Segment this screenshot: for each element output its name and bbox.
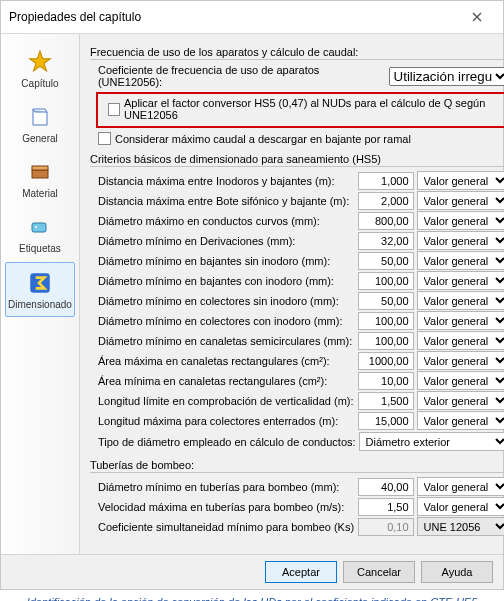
sidebar-item-label: General [22,133,58,144]
page-icon [26,103,54,131]
sigma-icon [26,269,54,297]
criteria-value-input[interactable] [358,372,414,390]
sidebar-item-label: Capítulo [21,78,58,89]
criteria-value-input[interactable] [358,292,414,310]
criteria-source-select[interactable]: Valor general [417,331,504,350]
sidebar-item-material[interactable]: Material [5,152,75,205]
sidebar: Capítulo General Material Etiquetas [1,34,80,554]
criteria-row: Diámetro mínimo en bajantes sin inodoro … [90,251,504,270]
help-button[interactable]: Ayuda [421,561,493,583]
criteria-source-select[interactable]: Valor general [417,411,504,430]
criteria-label: Diámetro mínimo en colectores con inodor… [90,315,358,327]
dialog-window: Propiedades del capítulo Capítulo Genera… [0,0,504,590]
criteria-label: Área máxima en canaletas rectangulares (… [90,355,358,367]
pump-source-select[interactable]: UNE 12056 [417,517,504,536]
pump-source-select[interactable]: Valor general [417,497,504,516]
cancel-button[interactable]: Cancelar [343,561,415,583]
sidebar-item-label: Dimensionado [8,299,72,310]
criteria-value-input[interactable] [358,312,414,330]
consider-max-checkbox[interactable] [98,132,111,145]
star-icon [26,48,54,76]
criteria-row: Diámetro mínimo en colectores con inodor… [90,311,504,330]
apply-hs5-label: Aplicar el factor conversor HS5 (0,47) a… [124,97,504,121]
criteria-row: Diámetro mínimo en bajantes con inodoro … [90,271,504,290]
pump-label: Diámetro mínimo en tuberías para bombeo … [90,481,358,493]
criteria-source-select[interactable]: Valor general [417,251,504,270]
titlebar: Propiedades del capítulo [1,1,503,34]
criteria-label: Diámetro mínimo en bajantes con inodoro … [90,275,358,287]
criteria-source-select[interactable]: Valor general [417,211,504,230]
criteria-source-select[interactable]: Valor general [417,311,504,330]
criteria-row: Distancia máxima entre Bote sifónico y b… [90,191,504,210]
criteria-value-input[interactable] [358,252,414,270]
criteria-source-select[interactable]: Valor general [417,391,504,410]
window-title: Propiedades del capítulo [9,10,141,24]
criteria-row: Diámetro mínimo en colectores sin inodor… [90,291,504,310]
apply-hs5-checkbox[interactable] [108,103,120,116]
criteria-row: Diámetro mínimo en canaletas semicircula… [90,331,504,350]
criteria-row: Área mínima en canaletas rectangulares (… [90,371,504,390]
sidebar-item-capitulo[interactable]: Capítulo [5,42,75,95]
svg-rect-1 [32,166,48,170]
criteria-label: Diámetro mínimo en Derivaciones (mm): [90,235,358,247]
criteria-value-input[interactable] [358,272,414,290]
pump-row: Coeficiente simultaneidad mínimo para bo… [90,517,504,536]
dialog-footer: Aceptar Cancelar Ayuda [1,554,503,589]
criteria-value-input[interactable] [358,412,414,430]
criteria-source-select[interactable]: Valor general [417,271,504,290]
pump-source-select[interactable]: Valor general [417,477,504,496]
criteria-label: Diámetro mínimo en canaletas semicircula… [90,335,358,347]
criteria-row: Distancia máxima entre Inodoros y bajant… [90,171,504,190]
criteria-source-select[interactable]: Valor general [417,371,504,390]
sidebar-item-general[interactable]: General [5,97,75,150]
coef-select[interactable]: Utilización irregular [389,67,504,86]
criteria-label: Longitud límite en comprobación de verti… [90,395,358,407]
criteria-source-select[interactable]: Valor general [417,171,504,190]
diameter-type-select[interactable]: Diámetro exterior [359,432,504,451]
section-pump: Tuberías de bombeo: [90,459,504,473]
material-icon [26,158,54,186]
criteria-label: Diámetro mínimo en colectores sin inodor… [90,295,358,307]
criteria-value-input[interactable] [358,172,414,190]
close-icon [472,12,482,22]
criteria-source-select[interactable]: Valor general [417,291,504,310]
criteria-label: Diámetro máximo en conductos curvos (mm)… [90,215,358,227]
pump-label: Velocidad máxima en tuberías para bombeo… [90,501,358,513]
close-button[interactable] [459,7,495,27]
svg-rect-2 [32,223,46,232]
section-frequency: Frecuencia de uso de los aparatos y cálc… [90,46,504,60]
svg-point-3 [35,226,37,228]
coef-label: Coeficiente de frecuencia de uso de apar… [98,64,385,88]
criteria-label: Distancia máxima entre Inodoros y bajant… [90,175,358,187]
criteria-row: Longitud límite en comprobación de verti… [90,391,504,410]
sidebar-item-label: Etiquetas [19,243,61,254]
criteria-value-input[interactable] [358,352,414,370]
criteria-value-input[interactable] [358,212,414,230]
pump-value-input[interactable] [358,478,414,496]
sidebar-item-label: Material [22,188,58,199]
pump-row: Diámetro mínimo en tuberías para bombeo … [90,477,504,496]
pump-value-input [358,518,414,536]
criteria-value-input[interactable] [358,192,414,210]
sidebar-item-etiquetas[interactable]: Etiquetas [5,207,75,260]
diameter-type-label: Tipo de diámetro empleado en cálculo de … [90,436,356,448]
criteria-row: Área máxima en canaletas rectangulares (… [90,351,504,370]
criteria-source-select[interactable]: Valor general [417,191,504,210]
criteria-row: Longitud máxima para colectores enterrad… [90,411,504,430]
sidebar-item-dimensionado[interactable]: Dimensionado [5,262,75,317]
criteria-value-input[interactable] [358,332,414,350]
criteria-value-input[interactable] [358,232,414,250]
pump-value-input[interactable] [358,498,414,516]
ok-button[interactable]: Aceptar [265,561,337,583]
highlight-box: Aplicar el factor conversor HS5 (0,47) a… [96,92,504,128]
criteria-value-input[interactable] [358,392,414,410]
pump-row: Velocidad máxima en tuberías para bombeo… [90,497,504,516]
section-criteria: Criterios básicos de dimensionado para s… [90,153,504,167]
criteria-label: Área mínima en canaletas rectangulares (… [90,375,358,387]
consider-max-label: Considerar máximo caudal a descargar en … [115,133,411,145]
criteria-label: Longitud máxima para colectores enterrad… [90,415,358,427]
criteria-source-select[interactable]: Valor general [417,351,504,370]
criteria-source-select[interactable]: Valor general [417,231,504,250]
pump-label: Coeficiente simultaneidad mínimo para bo… [90,521,358,533]
svg-rect-0 [32,170,48,178]
